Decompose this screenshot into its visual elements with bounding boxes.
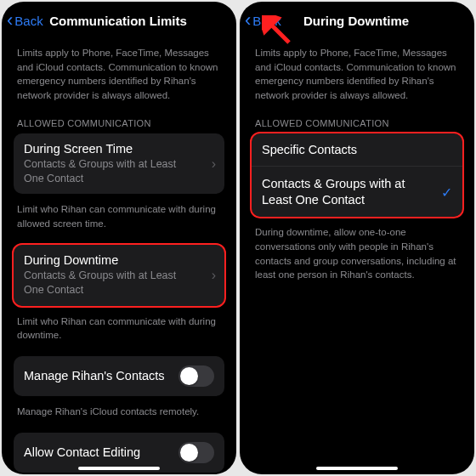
back-label: Back xyxy=(252,14,280,28)
footer-explain: During downtime, allow one-to-one conver… xyxy=(252,222,462,296)
navbar: ‹ Back Communication Limits xyxy=(2,2,236,37)
back-label: Back xyxy=(14,14,42,28)
chevron-left-icon: ‹ xyxy=(7,11,13,30)
toggle-knob xyxy=(180,367,198,385)
row-during-downtime[interactable]: During Downtime Contacts & Groups with a… xyxy=(14,245,224,306)
section-header-allowed: ALLOWED COMMUNICATION xyxy=(252,118,462,133)
row-label: Manage Rihan's Contacts xyxy=(24,369,165,382)
check-icon: ✓ xyxy=(441,184,452,200)
intro-text: Limits apply to Phone, FaceTime, Message… xyxy=(14,37,224,118)
back-button[interactable]: ‹ Back xyxy=(245,11,281,30)
option-contacts-groups[interactable]: Contacts & Groups with at Least One Cont… xyxy=(252,166,462,218)
content: Limits apply to Phone, FaceTime, Message… xyxy=(240,37,474,474)
page-title: During Downtime xyxy=(303,14,409,28)
content: Limits apply to Phone, FaceTime, Message… xyxy=(2,37,236,474)
navbar: ‹ Back During Downtime xyxy=(240,2,474,37)
row-manage-contacts[interactable]: Manage Rihan's Contacts xyxy=(14,356,224,396)
row-label: Allow Contact Editing xyxy=(24,445,140,459)
toggle-allow-editing[interactable] xyxy=(178,442,214,463)
intro-text: Limits apply to Phone, FaceTime, Message… xyxy=(252,37,462,118)
option-group: Specific Contacts Contacts & Groups with… xyxy=(252,133,462,218)
screen-communication-limits: ‹ Back Communication Limits Limits apply… xyxy=(2,2,236,474)
row-during-screen-time[interactable]: During Screen Time Contacts & Groups wit… xyxy=(14,133,224,195)
option-label: Contacts & Groups with at Least One Cont… xyxy=(262,176,432,208)
row-title: During Downtime xyxy=(24,253,214,267)
row-title: During Screen Time xyxy=(24,142,214,156)
footer-screen-time: Limit who Rihan can communicate with dur… xyxy=(14,199,224,244)
footer-downtime: Limit who Rihan can communicate with dur… xyxy=(14,311,224,356)
back-button[interactable]: ‹ Back xyxy=(7,11,43,30)
page-title: Communication Limits xyxy=(49,14,187,28)
chevron-right-icon: › xyxy=(212,156,216,172)
home-indicator[interactable] xyxy=(78,467,160,470)
option-label: Specific Contacts xyxy=(262,143,452,156)
section-header-allowed: ALLOWED COMMUNICATION xyxy=(14,118,224,133)
toggle-manage-contacts[interactable] xyxy=(178,366,214,387)
screen-during-downtime: ‹ Back During Downtime Limits apply to P… xyxy=(240,2,474,474)
row-subtitle: Contacts & Groups with at Least One Cont… xyxy=(24,269,194,298)
footer-manage: Manage Rihan's iCloud contacts remotely. xyxy=(14,401,224,433)
chevron-right-icon: › xyxy=(212,268,216,283)
row-subtitle: Contacts & Groups with at Least One Cont… xyxy=(24,157,194,186)
option-specific-contacts[interactable]: Specific Contacts xyxy=(252,133,462,166)
chevron-left-icon: ‹ xyxy=(245,11,251,30)
home-indicator[interactable] xyxy=(316,467,398,470)
toggle-knob xyxy=(180,444,198,462)
